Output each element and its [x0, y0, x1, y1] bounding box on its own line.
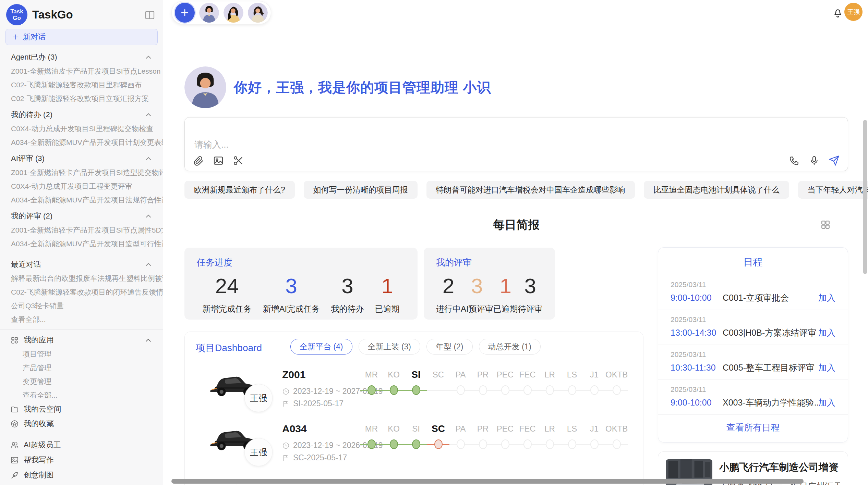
layout-grid-icon[interactable] [820, 219, 831, 230]
my-apps-item[interactable]: 产品管理 [0, 361, 163, 375]
phone-call-icon[interactable] [789, 155, 800, 166]
sidebar-tool-icon [10, 471, 19, 480]
suggestion-chips: 欧洲新规最近颁布了什么?如何写一份清晰的项目周报特朗普可能对进口汽车增税会对中国… [184, 181, 848, 199]
chevron-up-icon[interactable] [144, 53, 153, 61]
milestone-dot [457, 439, 465, 449]
recent-chat-item[interactable]: C02-飞腾新能源轻客改款项目的闭环通告反馈情况 [0, 285, 163, 299]
sidebar-item-my-apps[interactable]: 我的应用 [0, 333, 163, 347]
sidebar-task-item[interactable]: A034-全新新能源MUV产品开发项目造型可行性评审 [0, 237, 163, 251]
milestone-dot [568, 439, 576, 449]
collapse-sidebar-icon[interactable] [144, 10, 155, 21]
add-conversation-button[interactable] [175, 3, 195, 23]
dashboard-tab[interactable]: 全新平台 (4) [290, 339, 352, 355]
suggestion-chip[interactable]: 如何写一份清晰的项目周报 [304, 181, 418, 199]
stat-item: 1 已逾期 [375, 273, 400, 314]
sidebar-section-header[interactable]: 我的待办 (2) [0, 108, 163, 122]
suggestion-chip[interactable]: 特朗普可能对进口汽车增税会对中国车企造成哪些影响 [426, 181, 635, 199]
notification-bell-icon[interactable] [832, 7, 844, 18]
suggestion-chip[interactable]: 当下年轻人对汽车外观有怎样的喜好趋势 [798, 181, 868, 199]
chat-input-box[interactable]: 请输入... [184, 117, 848, 171]
milestone-label: PR [472, 368, 494, 382]
milestone-dot [590, 439, 599, 449]
schedule-title: 日程 [658, 256, 848, 269]
sidebar-task-item[interactable]: A034-全新新能源MUV产品开发项目法规符合性评审 [0, 193, 163, 207]
join-meeting-link[interactable]: 加入 [818, 327, 835, 338]
stat-grid: 2 进行中 3 AI预评审 1 已逾期 3 待评审 [436, 273, 543, 314]
milestone-dot [479, 439, 487, 449]
flag-icon [282, 454, 290, 462]
my-apps-label: 我的应用 [24, 335, 54, 345]
sidebar-task-item[interactable]: Z001-全新燃油轻卡产品开发项目SI节点属性5D文件评审 [0, 223, 163, 237]
my-apps-item[interactable]: 查看全部... [0, 388, 163, 402]
sidebar-link-item[interactable]: 我的收藏 [0, 416, 163, 431]
sidebar-section: Agent已办 (3) Z001-全新燃油皮卡产品开发项目SI节点Lesson … [0, 50, 163, 105]
new-chat-label: 新对话 [23, 32, 46, 42]
join-meeting-link[interactable]: 加入 [818, 292, 835, 303]
user-avatar[interactable]: 王强 [844, 3, 863, 21]
milestone-dot [390, 385, 398, 395]
sidebar-task-item[interactable]: C0X4-动力总成开发项目SI里程碑提交物检查 [0, 122, 163, 136]
milestone-label: SI [405, 368, 427, 382]
chevron-up-icon[interactable] [144, 111, 153, 119]
microphone-icon[interactable] [809, 155, 820, 166]
project-row[interactable]: 王强 Z001 2023-12-19 ~ 2027-01-19 SI-2025-… [185, 365, 643, 417]
scroll-down-arrow-icon[interactable]: ▼ [830, 463, 838, 473]
vertical-scrollbar[interactable] [863, 120, 867, 274]
my-apps-item[interactable]: 项目管理 [0, 347, 163, 361]
dashboard-tab[interactable]: 全新上装 (3) [359, 339, 421, 355]
sidebar-link-item[interactable]: 我的云空间 [0, 402, 163, 416]
schedule-meeting-name: X003-车辆动力学性能验... [723, 397, 818, 408]
my-apps-item[interactable]: 变更管理 [0, 375, 163, 388]
sidebar-section-header[interactable]: Agent已办 (3) [0, 50, 163, 64]
conversation-avatar[interactable] [248, 3, 268, 23]
join-meeting-link[interactable]: 加入 [818, 397, 835, 408]
chevron-up-icon[interactable] [144, 154, 153, 163]
sidebar-task-item[interactable]: C02-飞腾新能源轻客改款项目里程碑画布 [0, 78, 163, 92]
sidebar-tool-item[interactable]: 帮我写作 [0, 452, 163, 468]
sidebar-divider [0, 254, 163, 254]
sidebar-section-title: Agent已办 (3) [11, 52, 57, 62]
paperclip-icon[interactable] [193, 155, 204, 166]
recent-chat-item[interactable]: 公司Q3轻卡销量 [0, 299, 163, 313]
recent-chat-item[interactable]: 查看全部... [0, 313, 163, 326]
milestone-dot [501, 385, 509, 395]
sidebar-tool-item[interactable]: AI超级员工 [0, 437, 163, 452]
project-milestone-flag: SI-2025-05-17 [282, 399, 343, 408]
suggestion-chip[interactable]: 欧洲新规最近颁布了什么? [184, 181, 295, 199]
milestone: FEC [516, 368, 539, 395]
milestone: PA [449, 422, 472, 449]
recent-chats-header[interactable]: 最近对话 [0, 257, 163, 272]
sidebar-section-header[interactable]: 我的评审 (2) [0, 209, 163, 223]
dashboard-tab[interactable]: 年型 (2) [426, 339, 473, 355]
image-upload-icon[interactable] [213, 155, 224, 166]
suggestion-chip[interactable]: 比亚迪全固态电池计划具体说了什么 [644, 181, 789, 199]
sidebar-section-header[interactable]: AI评审 (3) [0, 151, 163, 166]
chevron-up-icon[interactable] [144, 260, 153, 269]
stat-value: 1 [375, 273, 400, 299]
horizontal-scrollbar[interactable] [171, 479, 804, 484]
sidebar-task-item[interactable]: A034-全新新能源MUV产品开发项目计划变更表编写 [0, 136, 163, 149]
schedule-time: 13:00-14:30 [671, 328, 723, 338]
send-icon[interactable] [829, 155, 840, 166]
recent-chats-section: 最近对话 解释最新出台的欧盟报废车法规再生塑料比例被调至15%...C02-飞腾… [0, 257, 163, 326]
sidebar-task-item[interactable]: C02-飞腾新能源轻客改款项目立项汇报方案 [0, 92, 163, 105]
chevron-up-icon[interactable] [144, 212, 153, 220]
chevron-up-icon[interactable] [144, 336, 153, 345]
new-chat-button[interactable]: 新对话 [5, 29, 158, 45]
milestone-dot [412, 439, 420, 449]
scissors-icon[interactable] [233, 155, 244, 166]
conversation-avatar[interactable] [199, 3, 219, 23]
sidebar-task-item[interactable]: Z001-全新燃油皮卡产品开发项目SI节点Lesson Learn报告 [0, 64, 163, 78]
sidebar-tool-item[interactable]: 创意制图 [0, 468, 163, 483]
sidebar-tool-label: 创意制图 [24, 470, 54, 480]
dashboard-tab[interactable]: 动总开发 (1) [479, 339, 541, 355]
project-row[interactable]: 王强 A034 2023-12-19 ~ 2026-01-19 SC-2025-… [185, 420, 643, 471]
view-all-schedule-link[interactable]: 查看所有日程 [658, 422, 848, 434]
join-meeting-link[interactable]: 加入 [818, 362, 835, 373]
sidebar-task-item[interactable]: C0X4-动力总成开发项目工程变更评审 [0, 179, 163, 193]
recent-chat-item[interactable]: 解释最新出台的欧盟报废车法规再生塑料比例被调至15%... [0, 272, 163, 285]
sidebar-task-item[interactable]: Z001-全新燃油轻卡产品开发项目SI造型提交物评审 [0, 166, 163, 179]
sidebar-section-list: C0X4-动力总成开发项目SI里程碑提交物检查A034-全新新能源MUV产品开发… [0, 122, 163, 149]
conversation-avatar[interactable] [224, 3, 243, 23]
milestone-label: PR [472, 422, 494, 436]
